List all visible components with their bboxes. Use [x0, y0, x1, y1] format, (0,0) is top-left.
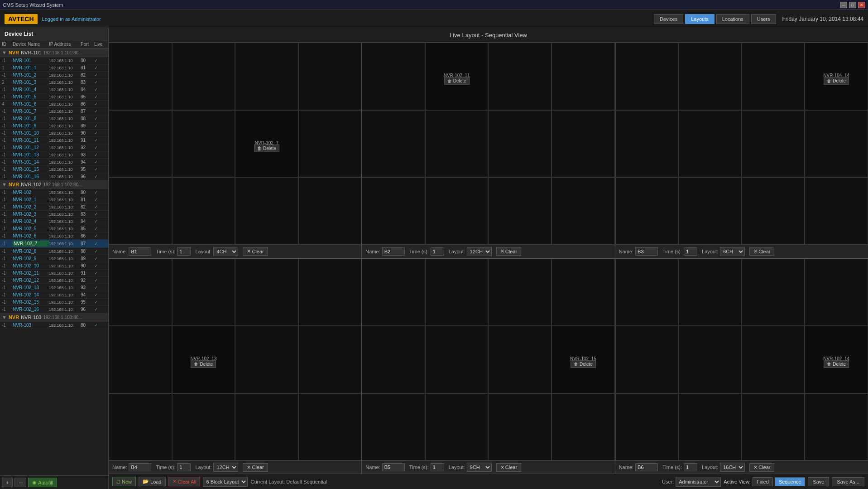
grid-cell[interactable]: [551, 259, 615, 326]
name-input-b4[interactable]: [129, 463, 151, 471]
grid-cell[interactable]: [678, 259, 742, 326]
grid-cell[interactable]: [298, 43, 362, 110]
grid-cell[interactable]: [551, 43, 615, 110]
block-b6-grid[interactable]: NVR-102_14 🗑 Delete: [615, 259, 868, 461]
grid-cell[interactable]: [109, 326, 172, 393]
delete-device-btn[interactable]: 🗑 Delete: [254, 144, 279, 152]
grid-cell[interactable]: [615, 177, 679, 245]
grid-cell[interactable]: [488, 110, 551, 178]
minimize-button[interactable]: ─: [840, 2, 847, 8]
grid-cell[interactable]: [425, 259, 489, 326]
grid-cell[interactable]: [235, 326, 298, 393]
list-item[interactable]: -1 NVR-102 192.168.1.10: 80 ✓: [0, 189, 108, 196]
grid-cell[interactable]: [235, 177, 298, 245]
grid-cell[interactable]: [615, 110, 679, 178]
save-button[interactable]: Save: [808, 477, 829, 486]
grid-cell[interactable]: [172, 177, 235, 245]
time-input-b2[interactable]: [431, 247, 444, 256]
grid-cell[interactable]: [615, 259, 679, 326]
layout-select-b1[interactable]: 4CH 6CH 9CH 12CH 16CH: [213, 247, 238, 256]
grid-cell[interactable]: [362, 326, 425, 393]
nvr-group-103[interactable]: ▼ NVR NVR-103 192.168.1.103:80...: [0, 313, 108, 322]
list-item[interactable]: -1 NVR-101_7 192.168.1.10 87 ✓: [0, 108, 108, 115]
clear-btn-b2[interactable]: ✕ Clear: [496, 247, 521, 256]
save-as-button[interactable]: Save As...: [832, 477, 864, 486]
grid-cell[interactable]: [678, 177, 742, 245]
name-input-b1[interactable]: [129, 247, 151, 256]
list-item[interactable]: -1 NVR-101_11 192.168.1.10 91 ✓: [0, 137, 108, 144]
grid-cell[interactable]: [742, 177, 805, 245]
name-input-b3[interactable]: [635, 247, 658, 256]
new-button[interactable]: ◻ New: [112, 477, 136, 486]
list-item[interactable]: 2 NVR-101_3 192.168.1.10 83 ✓: [0, 79, 108, 86]
grid-cell[interactable]: [742, 326, 805, 393]
users-nav-btn[interactable]: Users: [751, 14, 776, 24]
grid-cell[interactable]: [742, 393, 805, 461]
layout-select-b2[interactable]: 4CH 6CH 9CH 12CH 16CH: [467, 247, 492, 256]
list-item[interactable]: -1 NVR-102_14 192.168.1.10: 94 ✓: [0, 291, 108, 299]
name-input-b2[interactable]: [382, 247, 405, 256]
delete-device-btn[interactable]: 🗑 Delete: [571, 360, 596, 368]
grid-cell[interactable]: [551, 110, 615, 178]
clear-btn-b4[interactable]: ✕ Clear: [243, 463, 268, 472]
nvr-group-101[interactable]: ▼ NVR NVR-101 192.168.1.101:80...: [0, 48, 108, 57]
list-item[interactable]: -1 NVR-102_4 192.168.1.10: 84 ✓: [0, 218, 108, 225]
layout-select-b3[interactable]: 4CH 6CH 9CH 12CH 16CH: [720, 247, 745, 256]
device-list-scroll[interactable]: ▼ NVR NVR-101 192.168.1.101:80... -1 NVR…: [0, 48, 108, 475]
list-item[interactable]: -1 NVR-101_13 192.168.1.10 93 ✓: [0, 151, 108, 159]
grid-cell[interactable]: [488, 259, 551, 326]
list-item[interactable]: 4 NVR-101_6 192.168.1.10 86 ✓: [0, 101, 108, 108]
grid-cell-device[interactable]: NVR-102_15 🗑 Delete: [551, 326, 615, 393]
grid-cell[interactable]: [615, 393, 679, 461]
grid-cell[interactable]: [298, 259, 362, 326]
list-item[interactable]: -1 NVR-101 192.168.1.10 80 ✓: [0, 57, 108, 64]
sequence-view-btn[interactable]: Sequence: [775, 477, 806, 486]
block-layout-select[interactable]: 6 Block Layout 4 Block Layout 2 Block La…: [203, 477, 248, 487]
list-item[interactable]: -1 NVR-102_5 192.168.1.10: 85 ✓: [0, 225, 108, 232]
nvr-group-102[interactable]: ▼ NVR NVR-102 192.168.1.102:80...: [0, 180, 108, 189]
grid-cell[interactable]: [109, 177, 172, 245]
grid-cell[interactable]: [805, 110, 868, 178]
time-input-b6[interactable]: [684, 463, 697, 471]
grid-cell-device[interactable]: NVR-102_11 🗑 Delete: [425, 43, 489, 110]
block-b4-grid[interactable]: NVR-102_13 🗑 Delete: [109, 259, 361, 461]
list-item[interactable]: -1 NVR-102_3 192.168.1.10: 83 ✓: [0, 211, 108, 218]
grid-cell[interactable]: [488, 43, 551, 110]
list-item[interactable]: -1 NVR-101_15 192.168.1.10 95 ✓: [0, 166, 108, 173]
grid-cell[interactable]: [235, 259, 298, 326]
grid-cell[interactable]: [742, 259, 805, 326]
grid-cell[interactable]: [109, 259, 172, 326]
devices-nav-btn[interactable]: Devices: [654, 14, 683, 24]
autofill-button[interactable]: ◉ Autofill: [28, 478, 57, 487]
block-b2-grid[interactable]: NVR-102_11 🗑 Delete: [362, 43, 614, 245]
grid-cell[interactable]: [615, 43, 679, 110]
grid-cell[interactable]: [425, 110, 489, 178]
grid-cell[interactable]: [298, 110, 362, 178]
clear-all-button[interactable]: ✕ Clear All: [168, 477, 201, 486]
grid-cell[interactable]: [805, 393, 868, 461]
name-input-b5[interactable]: [382, 463, 405, 471]
list-item[interactable]: -1 NVR-101_5 192.168.1.10 85 ✓: [0, 93, 108, 101]
delete-device-btn[interactable]: 🗑 Delete: [824, 360, 849, 368]
delete-device-btn[interactable]: 🗑 Delete: [824, 77, 849, 85]
list-item[interactable]: -1 NVR-102_15 192.168.1.10: 95 ✓: [0, 299, 108, 306]
grid-cell[interactable]: [172, 110, 235, 178]
grid-cell[interactable]: [109, 393, 172, 461]
layout-select-b6[interactable]: 4CH 6CH 9CH 12CH 16CH: [720, 463, 745, 472]
grid-cell[interactable]: [235, 43, 298, 110]
close-button[interactable]: ✕: [858, 2, 865, 8]
clear-btn-b3[interactable]: ✕ Clear: [749, 247, 774, 256]
clear-btn-b6[interactable]: ✕ Clear: [749, 463, 774, 472]
list-item[interactable]: -1 NVR-101_9 192.168.1.10 89 ✓: [0, 122, 108, 130]
grid-cell[interactable]: [805, 177, 868, 245]
grid-cell[interactable]: [742, 43, 805, 110]
grid-cell[interactable]: [678, 326, 742, 393]
grid-cell[interactable]: [362, 110, 425, 178]
list-item[interactable]: -1 NVR-102_16 192.168.1.10: 96 ✓: [0, 306, 108, 313]
grid-cell[interactable]: [805, 259, 868, 326]
grid-cell[interactable]: [488, 393, 551, 461]
list-item[interactable]: -1 NVR-102_10 192.168.1.10: 90 ✓: [0, 262, 108, 270]
grid-cell[interactable]: [109, 43, 172, 110]
list-item[interactable]: -1 NVR-102_1 192.168.1.10: 81 ✓: [0, 196, 108, 203]
grid-cell[interactable]: [298, 177, 362, 245]
